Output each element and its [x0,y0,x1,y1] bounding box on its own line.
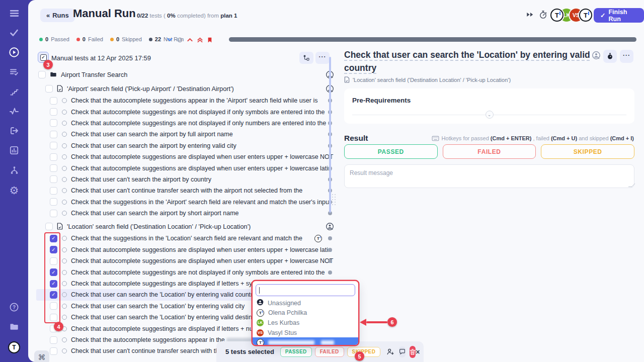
assign-user-icon[interactable] [592,51,601,62]
sidebar-item-reports[interactable] [0,142,28,160]
sidebar-item-activity[interactable] [0,103,28,121]
row-checkbox[interactable] [50,347,57,355]
test-suite-breadcrumb[interactable]: 'Location' search field ('Destination Lo… [344,76,511,83]
status-circle-icon[interactable] [62,337,67,342]
test-row[interactable]: Check that the autocomplete suggestions … [36,95,334,106]
row-checkbox[interactable] [50,108,57,116]
sidebar-item-settings[interactable]: ⚙ [0,182,28,200]
status-circle-icon[interactable] [62,188,67,193]
test-row[interactable]: Check that user can't search the airport… [36,174,334,185]
bulk-badge-failed[interactable]: FAILED [315,347,344,357]
status-circle-icon[interactable] [62,121,67,126]
row-checkbox[interactable]: ✓ [50,280,57,288]
test-row[interactable]: Check that user can search the airport b… [36,208,334,219]
timer-icon[interactable] [539,10,547,19]
assignee-avatar[interactable]: T [314,235,322,242]
tree-more-button[interactable]: ··· [315,52,330,64]
sidebar-item-requirements[interactable] [0,123,28,141]
assignee-option[interactable]: T [253,337,358,345]
row-checkbox[interactable] [50,187,57,195]
sidebar-item-projects[interactable] [0,319,28,337]
test-row[interactable]: Check that user can search the airport b… [36,140,334,151]
result-button-passed[interactable]: PASSED [344,144,438,159]
status-circle-icon[interactable] [62,270,67,275]
chevup-icon[interactable] [187,38,193,42]
status-circle-icon[interactable] [62,200,67,205]
folder-row[interactable]: Airport Transfer Search [36,68,334,81]
row-checkbox[interactable] [50,142,57,149]
status-circle-icon[interactable] [62,166,67,171]
bulk-comment-button[interactable] [399,346,406,357]
row-checkbox[interactable]: ✓ [50,291,57,299]
bulk-badge-passed[interactable]: PASSED [280,347,312,357]
status-circle-icon[interactable] [62,258,67,263]
row-checkbox[interactable] [50,175,57,183]
row-checkbox[interactable] [50,119,57,127]
assignee-avatar-stack[interactable]: TLKVST [550,9,592,22]
result-button-failed[interactable]: FAILED [443,144,536,159]
row-checkbox[interactable]: ✓ [50,235,57,242]
assignee-icon[interactable] [326,222,334,231]
status-circle-icon[interactable] [62,304,67,309]
test-row[interactable]: Check that autocomplete suggestings are … [36,106,334,117]
status-circle-icon[interactable] [62,211,67,216]
assignee-option-unassigned[interactable]: Unassigned [253,298,358,308]
status-circle-icon[interactable] [62,236,67,241]
test-row[interactable]: Check that user can search the airport b… [36,129,334,140]
test-row[interactable]: ✓Check that autocomplete suggestings are… [36,266,334,278]
row-checkbox[interactable] [50,198,57,206]
assignee-option-olena-pchilka[interactable]: TOlena Pchilka [253,308,358,318]
test-row[interactable]: Check that user can't continue transfer … [36,185,334,196]
row-checkbox[interactable] [50,257,57,265]
circleicon-icon[interactable] [177,37,183,43]
test-timer-button[interactable] [603,50,617,63]
tree-scrollbar[interactable] [329,57,331,213]
assignee-search-input[interactable] [256,284,355,296]
close-bulk-bar-button[interactable]: × [416,348,420,356]
tree-view-toggle-button[interactable] [299,52,313,64]
row-checkbox[interactable] [50,336,57,344]
test-row[interactable]: Check that autocomplete suggestings are … [36,118,334,129]
row-checkbox[interactable] [50,153,57,161]
row-checkbox[interactable] [50,164,57,172]
test-row[interactable]: Check that autocomplete suggestions are … [36,151,334,162]
avatar-t[interactable]: T [550,9,564,22]
panel-splitter-handle[interactable] [332,194,337,211]
status-circle-icon[interactable] [62,143,67,148]
sidebar-item-menu[interactable] [0,5,28,23]
file-row[interactable]: 'Airport' search field ('Pick-up Airport… [36,82,334,95]
chevdown-icon[interactable] [167,38,173,42]
status-circle-icon[interactable] [62,98,67,103]
fast-forward-icon[interactable] [526,12,534,17]
file-row[interactable]: 'Location' search field ('Destination Lo… [36,220,334,233]
status-circle-icon[interactable] [62,110,67,115]
status-circle-icon[interactable] [62,348,67,353]
sidebar-item-milestones[interactable] [0,83,28,102]
row-checkbox[interactable] [45,85,53,93]
sidebar-item-integrations[interactable] [0,162,28,180]
sidebar-item-help[interactable]: ? [0,299,28,317]
avatar-t[interactable]: T [579,9,592,22]
chevsup-icon[interactable] [197,37,203,43]
row-checkbox[interactable] [50,97,57,105]
status-circle-icon[interactable] [62,315,67,320]
back-to-runs-button[interactable]: « Runs [40,9,75,22]
status-circle-icon[interactable] [62,177,67,182]
test-row[interactable]: Check that the suggestions in the 'Airpo… [36,197,334,208]
row-checkbox[interactable] [45,223,53,230]
command-palette-button[interactable]: ⌘ [34,350,49,362]
bookmark-icon[interactable] [207,37,212,43]
bulk-assign-icon[interactable] [386,348,394,355]
row-checkbox[interactable]: ✓ [50,268,57,276]
test-row[interactable]: Check that autocomplete suggestions are … [36,255,334,266]
row-checkbox[interactable] [38,71,46,78]
sidebar-item-test-cases[interactable] [0,64,28,82]
sidebar-item-checks[interactable] [0,25,28,43]
row-checkbox[interactable] [50,210,57,217]
result-message-input[interactable] [344,164,634,188]
row-checkbox[interactable] [50,314,57,321]
status-circle-icon[interactable] [62,154,67,159]
expand-toggle-button[interactable]: ⌄ [486,111,494,119]
row-checkbox[interactable]: ✓ [50,246,57,253]
row-checkbox[interactable] [50,131,57,138]
